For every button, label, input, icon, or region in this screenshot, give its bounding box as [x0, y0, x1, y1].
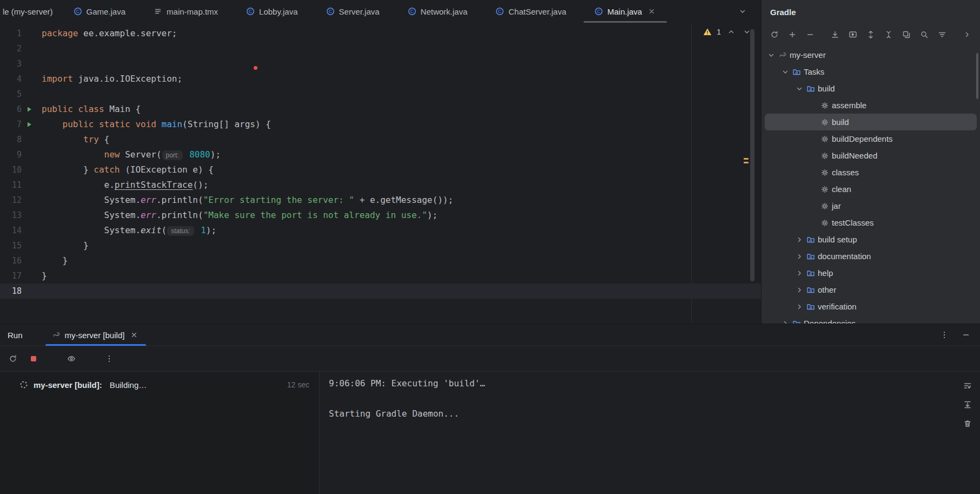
line-number: 6 — [0, 102, 22, 117]
sync-icon[interactable] — [769, 29, 780, 40]
tree-item-other[interactable]: other — [765, 281, 977, 298]
more-vertical-icon[interactable] — [939, 330, 950, 340]
tree-item-label: Tasks — [804, 67, 824, 76]
code-line[interactable]: 8 try { — [0, 132, 761, 147]
run-task-icon[interactable] — [847, 29, 858, 40]
build-console[interactable]: 9:06:06 PM: Executing 'build'…Starting G… — [320, 372, 980, 494]
gradle-scrollbar[interactable] — [976, 53, 978, 99]
download-icon[interactable] — [830, 29, 840, 40]
chevron-right-icon[interactable] — [795, 252, 804, 261]
filter-icon[interactable] — [937, 29, 948, 40]
line-number: 1 — [0, 26, 22, 41]
expand-all-icon[interactable] — [865, 29, 876, 40]
build-status-row[interactable]: my-server [build]: Building… 12 sec — [0, 376, 319, 393]
code-line[interactable]: 10 } catch (IOException e) { — [0, 162, 761, 177]
tree-item-assemble[interactable]: assemble — [765, 97, 977, 114]
code-line[interactable]: 1package ee.example.server; — [0, 26, 761, 41]
next-warning-chevron-icon[interactable] — [741, 27, 752, 37]
tree-item-testclasses[interactable]: testClasses — [765, 214, 977, 231]
code-line[interactable]: 18 — [0, 284, 761, 299]
tree-item-classes[interactable]: classes — [765, 164, 977, 181]
tree-item-build-setup[interactable]: build setup — [765, 231, 977, 248]
run-tab-label: my-server [build] — [65, 331, 125, 340]
tab-main-map-tmx[interactable]: main-map.tmx — [140, 0, 232, 23]
code-editor[interactable]: 1package ee.example.server;234import jav… — [0, 23, 761, 324]
soft-wrap-icon[interactable] — [962, 380, 973, 391]
tree-item-dependencies[interactable]: Dependencies — [765, 315, 977, 324]
java-class-icon: C — [594, 7, 603, 16]
tree-item-help[interactable]: help — [765, 265, 977, 281]
tree-item-builddependents[interactable]: buildDependents — [765, 130, 977, 147]
gear-icon — [820, 219, 829, 227]
tree-item-clean[interactable]: clean — [765, 181, 977, 197]
group-modules-icon[interactable] — [901, 29, 912, 40]
tab-chatserver-java[interactable]: CChatServer.java — [481, 0, 580, 23]
chevron-down-icon[interactable] — [738, 7, 747, 16]
remove-icon[interactable] — [805, 29, 816, 40]
tab-main-java[interactable]: CMain.java — [580, 0, 670, 23]
chevron-right-icon[interactable] — [795, 235, 804, 244]
code-line[interactable]: 7 public static void main(String[] args)… — [0, 117, 761, 132]
code-line[interactable]: 3 — [0, 56, 761, 71]
scroll-end-icon[interactable] — [962, 399, 973, 410]
chevron-down-icon[interactable] — [767, 51, 776, 60]
code-line[interactable]: 9 new Server(port: 8080); — [0, 147, 761, 162]
inspections-widget[interactable]: 1 — [703, 27, 752, 37]
rerun-icon[interactable] — [8, 353, 18, 364]
tree-item-build[interactable]: build — [765, 114, 977, 130]
close-icon[interactable] — [647, 7, 656, 16]
previous-warning-chevron-icon[interactable] — [726, 27, 737, 37]
tab-lobby-java[interactable]: CLobby.java — [232, 0, 312, 23]
tree-item-my-server[interactable]: my-server — [765, 47, 977, 63]
chevron-right-icon[interactable] — [795, 269, 804, 278]
code-line[interactable]: 4import java.io.IOException; — [0, 71, 761, 87]
code-line[interactable]: 16 } — [0, 253, 761, 268]
chevron-right-icon[interactable] — [781, 319, 790, 324]
svg-text:C: C — [76, 9, 80, 14]
code-line[interactable]: 5 — [0, 87, 761, 102]
code-line[interactable]: 13 System.err.println("Make sure the por… — [0, 208, 761, 223]
chevron-right-icon[interactable] — [795, 286, 804, 294]
code-line[interactable]: 14 System.exit(status: 1); — [0, 223, 761, 238]
chevron-down-icon[interactable] — [781, 68, 790, 76]
chevron-right-icon[interactable] — [795, 302, 804, 311]
warning-stripe-marks[interactable] — [744, 158, 749, 163]
java-class-icon: C — [74, 7, 82, 16]
close-run-tab-icon[interactable] — [129, 330, 140, 340]
add-icon[interactable] — [787, 29, 798, 40]
trash-icon[interactable] — [962, 418, 973, 429]
chevron-down-icon[interactable] — [795, 84, 804, 93]
tree-item-build[interactable]: build — [765, 80, 977, 97]
code-line[interactable]: 6public class Main { — [0, 102, 761, 117]
tree-item-documentation[interactable]: documentation — [765, 248, 977, 265]
code-line[interactable]: 17} — [0, 268, 761, 284]
tree-item-label: jar — [832, 201, 841, 210]
eye-icon[interactable] — [66, 353, 77, 364]
tree-item-buildneeded[interactable]: buildNeeded — [765, 147, 977, 164]
code-line[interactable]: 11 e.printStackTrace(); — [0, 177, 761, 193]
tab-network-java[interactable]: CNetwork.java — [394, 0, 482, 23]
tree-item-jar[interactable]: jar — [765, 197, 977, 214]
code-text: import java.io.IOException; — [37, 71, 182, 87]
run-tab[interactable]: my-server [build] — [45, 324, 147, 346]
editor-scrollbar[interactable] — [750, 29, 754, 281]
code-line[interactable]: 12 System.err.println("Error starting th… — [0, 193, 761, 208]
svg-text:C: C — [410, 9, 414, 14]
minimize-icon[interactable] — [961, 330, 971, 340]
more-vertical-icon[interactable] — [104, 353, 115, 364]
find-task-icon[interactable] — [919, 29, 930, 40]
code-line[interactable]: 2 — [0, 41, 761, 56]
run-gutter-icon[interactable] — [22, 121, 37, 128]
tree-item-verification[interactable]: verification — [765, 298, 977, 315]
collapse-all-icon[interactable] — [883, 29, 894, 40]
code-line[interactable]: 15 } — [0, 238, 761, 253]
overflow-tab[interactable]: le (my-server) — [0, 0, 59, 23]
tree-item-tasks[interactable]: Tasks — [765, 63, 977, 80]
code-text: e.printStackTrace(); — [37, 177, 208, 193]
tab-game-java[interactable]: CGame.java — [59, 0, 140, 23]
stop-icon[interactable] — [28, 353, 39, 364]
tree-item-label: my-server — [790, 50, 826, 60]
tab-server-java[interactable]: CServer.java — [312, 0, 394, 23]
run-gutter-icon[interactable] — [22, 106, 37, 113]
chevron-right-icon[interactable] — [962, 29, 972, 40]
